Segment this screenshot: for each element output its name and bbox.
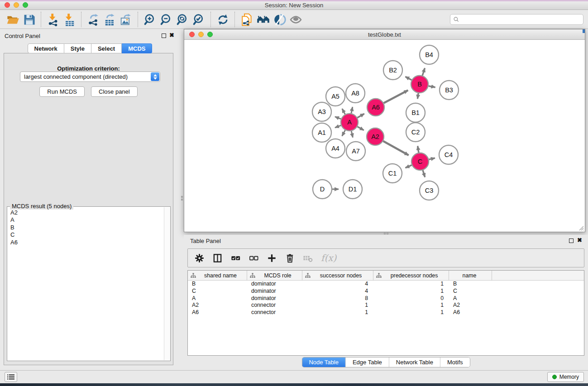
node-A1[interactable]: A1 xyxy=(312,123,331,142)
table-row[interactable]: Cdominator41C xyxy=(188,288,584,295)
node-B1[interactable]: B1 xyxy=(406,103,425,122)
node-A2[interactable]: A2 xyxy=(367,128,384,145)
float-panel-icon[interactable] xyxy=(162,33,166,38)
edge-C-C4[interactable] xyxy=(429,158,435,159)
export-network-icon[interactable] xyxy=(85,11,101,28)
table-cell[interactable]: A6 xyxy=(188,309,247,316)
import-network-icon[interactable] xyxy=(45,11,61,28)
node-B2[interactable]: B2 xyxy=(383,61,402,80)
node-A7[interactable]: A7 xyxy=(346,142,365,161)
table-cell[interactable]: A xyxy=(188,295,247,302)
edge-B-B4[interactable] xyxy=(422,68,425,75)
tab-network[interactable]: Network xyxy=(28,43,64,53)
close-panel-button[interactable]: Close panel xyxy=(91,86,138,97)
edge-B-B3[interactable] xyxy=(429,86,435,87)
column-header-name[interactable]: name xyxy=(449,271,492,280)
save-session-icon[interactable] xyxy=(21,11,37,28)
open-session-icon[interactable] xyxy=(5,11,21,28)
node-C4[interactable]: C4 xyxy=(439,145,458,164)
bird-eye-view-icon[interactable] xyxy=(287,11,304,28)
table-cell[interactable]: A xyxy=(449,295,492,302)
mcds-list-scrollbar[interactable] xyxy=(164,207,170,360)
table-cell[interactable]: 8 xyxy=(302,295,373,302)
node-table[interactable]: shared nameMCDS rolesuccessor nodesprede… xyxy=(187,270,584,356)
node-D[interactable]: D xyxy=(313,180,332,199)
delete-columns-icon[interactable] xyxy=(285,253,295,263)
column-header-shared-name[interactable]: shared name xyxy=(188,271,247,280)
tab-edge-table[interactable]: Edge Table xyxy=(345,357,389,367)
table-cell[interactable]: C xyxy=(188,288,247,295)
memory-button[interactable]: Memory xyxy=(547,372,584,382)
edge-A-A1[interactable] xyxy=(335,125,341,128)
mcds-result-item[interactable]: A6 xyxy=(10,239,161,246)
table-cell[interactable]: connector xyxy=(247,302,302,309)
graphics-details-icon[interactable] xyxy=(271,11,287,28)
node-A6[interactable]: A6 xyxy=(367,99,384,116)
import-table-icon[interactable] xyxy=(61,11,77,28)
new-network-from-file-icon[interactable] xyxy=(239,11,255,28)
table-cell[interactable]: A2 xyxy=(188,302,247,309)
search-input[interactable] xyxy=(461,16,580,23)
add-column-icon[interactable] xyxy=(267,253,277,263)
table-cell[interactable]: dominator xyxy=(247,281,302,288)
edge-A-A5[interactable] xyxy=(342,109,345,114)
edge-B-B2[interactable] xyxy=(405,76,411,80)
table-cell[interactable]: 1 xyxy=(302,309,373,316)
mcds-result-item[interactable]: C xyxy=(10,231,161,238)
mcds-result-item[interactable]: A2 xyxy=(10,209,161,216)
edge-A6-B[interactable] xyxy=(384,90,408,103)
edge-C-C2[interactable] xyxy=(418,146,419,153)
node-C2[interactable]: C2 xyxy=(406,123,425,142)
node-A5[interactable]: A5 xyxy=(326,87,345,106)
table-cell[interactable]: dominator xyxy=(247,288,302,295)
tab-motifs[interactable]: Motifs xyxy=(440,357,470,367)
node-C[interactable]: C xyxy=(411,153,429,170)
task-history-button[interactable] xyxy=(5,372,17,382)
node-D1[interactable]: D1 xyxy=(343,180,362,199)
edge-C-C3[interactable] xyxy=(423,170,425,177)
edge-A-A4[interactable] xyxy=(342,130,345,136)
zoom-fit-icon[interactable] xyxy=(174,11,191,28)
home-icon[interactable] xyxy=(255,11,271,28)
column-header-mcds-role[interactable]: MCDS role xyxy=(247,271,302,280)
tab-network-table[interactable]: Network Table xyxy=(389,357,440,367)
table-cell[interactable]: 1 xyxy=(373,288,449,295)
close-panel-icon[interactable]: ✖ xyxy=(169,32,174,38)
network-canvas[interactable]: B4B2BB3A8A5A6A3B1AC2A1A2A4A7C4CC1DD1C3 xyxy=(184,40,585,232)
edge-A2-C[interactable] xyxy=(383,141,408,155)
search-field[interactable] xyxy=(450,14,583,25)
unselect-all-columns-icon[interactable] xyxy=(249,253,259,263)
edge-A-A8[interactable] xyxy=(351,107,353,113)
table-cell[interactable]: C xyxy=(449,288,492,295)
table-cell[interactable]: A6 xyxy=(449,309,492,316)
show-columns-icon[interactable] xyxy=(212,253,223,263)
refresh-icon[interactable] xyxy=(215,11,231,28)
criterion-dropdown[interactable]: largest connected component (directed) xyxy=(20,71,160,82)
table-cell[interactable]: connector xyxy=(247,309,302,316)
node-C1[interactable]: C1 xyxy=(383,164,402,183)
export-table-icon[interactable] xyxy=(101,11,118,28)
vertical-divider-grip[interactable] xyxy=(181,195,183,202)
edge-A-A3[interactable] xyxy=(335,117,341,119)
edge-A-A6[interactable] xyxy=(357,114,364,118)
table-row[interactable]: A2connector11A2 xyxy=(188,302,584,309)
edge-C-C1[interactable] xyxy=(406,165,412,168)
table-settings-icon[interactable] xyxy=(194,253,205,263)
node-B4[interactable]: B4 xyxy=(420,45,439,64)
zoom-selected-icon[interactable] xyxy=(191,11,207,28)
function-builder-icon[interactable]: f(x) xyxy=(321,253,336,263)
node-C3[interactable]: C3 xyxy=(420,181,439,200)
export-image-icon[interactable] xyxy=(118,11,134,28)
node-A4[interactable]: A4 xyxy=(326,139,345,158)
table-cell[interactable]: 4 xyxy=(302,281,373,288)
node-A8[interactable]: A8 xyxy=(346,84,365,103)
table-cell[interactable]: 4 xyxy=(302,288,373,295)
mcds-result-item[interactable]: A xyxy=(10,216,161,224)
table-row[interactable]: A6connector11A6 xyxy=(188,309,584,316)
column-header-successor-nodes[interactable]: successor nodes xyxy=(302,271,373,280)
node-A3[interactable]: A3 xyxy=(312,102,331,121)
table-row[interactable]: Adominator80A xyxy=(188,295,584,302)
table-cell[interactable]: A2 xyxy=(449,302,492,309)
node-A[interactable]: A xyxy=(341,114,358,131)
table-cell[interactable]: 1 xyxy=(373,281,449,288)
